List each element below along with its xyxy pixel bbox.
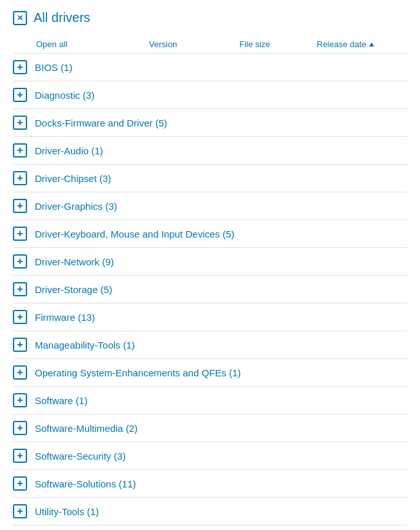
driver-row-docks-firmware[interactable]: +Docks-Firmware and Driver (5) [13,109,407,136]
page-title: All drivers [34,10,90,25]
driver-label-manageability-tools: Manageability-Tools (1) [35,340,135,351]
close-button[interactable]: ✕ [13,11,27,25]
driver-row-driver-chipset[interactable]: +Driver-Chipset (3) [13,165,407,192]
driver-item-driver-keyboard: +Driver-Keyboard, Mouse and Input Device… [13,220,407,248]
close-icon: ✕ [17,14,23,23]
driver-label-driver-chipset: Driver-Chipset (3) [35,173,111,184]
driver-item-diagnostic: +Diagnostic (3) [13,81,407,109]
driver-row-firmware[interactable]: +Firmware (13) [13,303,407,331]
expand-button-bios[interactable]: + [13,60,27,74]
expand-button-software-multimedia[interactable]: + [13,421,27,435]
expand-button-software-security[interactable]: + [13,449,27,463]
driver-row-utility-tools[interactable]: +Utility-Tools (1) [13,498,407,525]
driver-row-software-multimedia[interactable]: +Software-Multimedia (2) [13,414,407,442]
driver-row-driver-network[interactable]: +Driver-Network (9) [13,248,407,275]
driver-item-software: +Software (1) [13,387,407,414]
driver-label-driver-graphics: Driver-Graphics (3) [35,201,117,212]
driver-label-driver-audio: Driver-Audio (1) [35,145,103,156]
expand-button-diagnostic[interactable]: + [13,88,27,102]
expand-button-driver-audio[interactable]: + [13,143,27,158]
driver-label-software-security: Software-Security (3) [35,451,126,462]
expand-button-software-solutions[interactable]: + [13,476,27,491]
col-version[interactable]: Version [149,39,239,49]
driver-item-driver-storage: +Driver-Storage (5) [13,276,407,303]
driver-row-os-enhancements[interactable]: +Operating System-Enhancements and QFEs … [13,359,407,386]
sort-icon [369,43,374,46]
driver-row-driver-graphics[interactable]: +Driver-Graphics (3) [13,192,407,219]
driver-row-driver-storage[interactable]: +Driver-Storage (5) [13,276,407,303]
driver-item-software-multimedia: +Software-Multimedia (2) [13,414,407,442]
driver-label-driver-keyboard: Driver-Keyboard, Mouse and Input Devices… [35,229,234,240]
expand-button-driver-storage[interactable]: + [13,282,27,296]
driver-label-driver-network: Driver-Network (9) [35,256,114,267]
driver-row-bios[interactable]: +BIOS (1) [13,54,407,81]
driver-item-driver-graphics: +Driver-Graphics (3) [13,192,407,220]
expand-button-driver-keyboard[interactable]: + [13,227,27,241]
driver-item-os-enhancements: +Operating System-Enhancements and QFEs … [13,359,407,387]
driver-label-software: Software (1) [35,395,88,406]
driver-item-software-security: +Software-Security (3) [13,442,407,470]
driver-row-software[interactable]: +Software (1) [13,387,407,414]
driver-label-software-multimedia: Software-Multimedia (2) [35,423,137,434]
title-row: ✕ All drivers [13,10,407,25]
driver-label-firmware: Firmware (13) [35,312,95,323]
driver-item-manageability-tools: +Manageability-Tools (1) [13,331,407,359]
expand-button-firmware[interactable]: + [13,310,27,324]
driver-row-driver-keyboard[interactable]: +Driver-Keyboard, Mouse and Input Device… [13,220,407,247]
driver-item-driver-chipset: +Driver-Chipset (3) [13,165,407,192]
expand-button-docks-firmware[interactable]: + [13,116,27,130]
expand-button-driver-chipset[interactable]: + [13,171,27,185]
driver-list: +BIOS (1)+Diagnostic (3)+Docks-Firmware … [13,54,407,525]
driver-item-docks-firmware: +Docks-Firmware and Driver (5) [13,109,407,137]
driver-row-manageability-tools[interactable]: +Manageability-Tools (1) [13,331,407,358]
expand-button-driver-graphics[interactable]: + [13,199,27,213]
col-release-date[interactable]: Release date [317,39,407,49]
driver-label-driver-storage: Driver-Storage (5) [35,284,112,295]
driver-item-bios: +BIOS (1) [13,54,407,81]
driver-row-software-security[interactable]: +Software-Security (3) [13,442,407,469]
driver-label-utility-tools: Utility-Tools (1) [35,506,99,517]
driver-row-software-solutions[interactable]: +Software-Solutions (11) [13,470,407,497]
table-header: Open all Version File size Release date [13,36,407,54]
expand-button-software[interactable]: + [13,393,27,407]
driver-item-utility-tools: +Utility-Tools (1) [13,498,407,525]
expand-button-driver-network[interactable]: + [13,254,27,269]
driver-item-driver-network: +Driver-Network (9) [13,248,407,276]
driver-label-bios: BIOS (1) [35,62,72,73]
expand-button-utility-tools[interactable]: + [13,504,27,518]
col-file-size[interactable]: File size [239,39,317,49]
page-container: ✕ All drivers Open all Version File size… [0,0,420,530]
driver-label-docks-firmware: Docks-Firmware and Driver (5) [35,117,167,128]
driver-label-diagnostic: Diagnostic (3) [35,90,95,101]
driver-label-os-enhancements: Operating System-Enhancements and QFEs (… [35,367,241,378]
driver-label-software-solutions: Software-Solutions (11) [35,478,136,489]
driver-item-firmware: +Firmware (13) [13,303,407,331]
driver-item-software-solutions: +Software-Solutions (11) [13,470,407,498]
driver-row-driver-audio[interactable]: +Driver-Audio (1) [13,137,407,164]
driver-item-driver-audio: +Driver-Audio (1) [13,137,407,165]
col-open-all[interactable]: Open all [36,39,149,49]
driver-row-diagnostic[interactable]: +Diagnostic (3) [13,81,407,108]
expand-button-manageability-tools[interactable]: + [13,338,27,352]
expand-button-os-enhancements[interactable]: + [13,365,27,380]
